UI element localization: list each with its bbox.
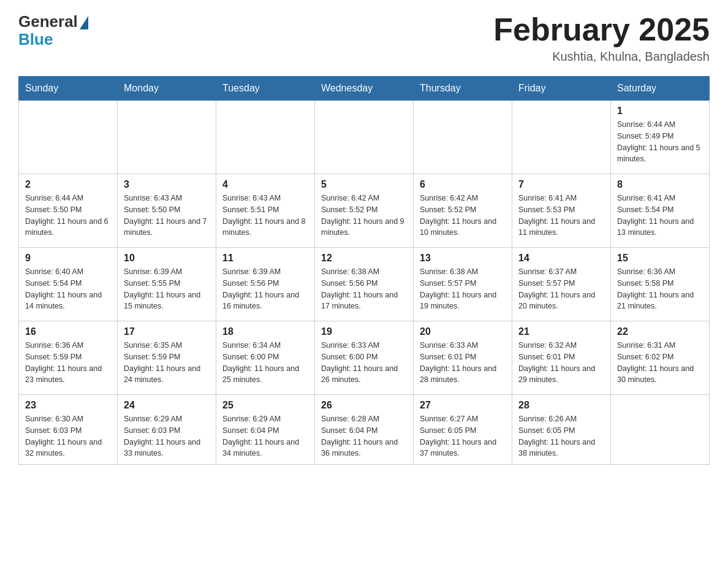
- day-number: 8: [617, 179, 703, 190]
- calendar-cell: 5Sunrise: 6:42 AMSunset: 5:52 PMDaylight…: [315, 174, 414, 248]
- calendar-cell: [512, 101, 611, 174]
- calendar-week-row: 23Sunrise: 6:30 AMSunset: 6:03 PMDayligh…: [19, 395, 710, 465]
- day-info: Sunrise: 6:42 AMSunset: 5:52 PMDaylight:…: [420, 193, 506, 239]
- day-info: Sunrise: 6:44 AMSunset: 5:50 PMDaylight:…: [25, 193, 111, 239]
- calendar-cell: 8Sunrise: 6:41 AMSunset: 5:54 PMDaylight…: [611, 174, 710, 248]
- day-info: Sunrise: 6:40 AMSunset: 5:54 PMDaylight:…: [25, 266, 111, 312]
- day-info: Sunrise: 6:29 AMSunset: 6:03 PMDaylight:…: [124, 413, 210, 459]
- day-info: Sunrise: 6:30 AMSunset: 6:03 PMDaylight:…: [25, 413, 111, 459]
- day-info: Sunrise: 6:41 AMSunset: 5:53 PMDaylight:…: [518, 193, 604, 239]
- calendar-week-row: 1Sunrise: 6:44 AMSunset: 5:49 PMDaylight…: [19, 101, 710, 174]
- day-number: 7: [518, 179, 604, 190]
- calendar-cell: [118, 101, 216, 174]
- day-number: 20: [420, 326, 506, 337]
- day-info: Sunrise: 6:33 AMSunset: 6:01 PMDaylight:…: [420, 340, 506, 386]
- day-number: 5: [321, 179, 407, 190]
- day-number: 17: [124, 326, 210, 337]
- calendar-cell: 16Sunrise: 6:36 AMSunset: 5:59 PMDayligh…: [19, 321, 118, 395]
- weekday-header-tuesday: Tuesday: [216, 77, 315, 101]
- calendar-cell: 11Sunrise: 6:39 AMSunset: 5:56 PMDayligh…: [216, 248, 315, 321]
- calendar-cell: 28Sunrise: 6:26 AMSunset: 6:05 PMDayligh…: [512, 395, 611, 465]
- day-info: Sunrise: 6:36 AMSunset: 5:58 PMDaylight:…: [617, 266, 703, 312]
- calendar-table: SundayMondayTuesdayWednesdayThursdayFrid…: [18, 76, 710, 465]
- calendar-cell: 17Sunrise: 6:35 AMSunset: 5:59 PMDayligh…: [118, 321, 216, 395]
- day-number: 12: [321, 253, 407, 264]
- day-info: Sunrise: 6:28 AMSunset: 6:04 PMDaylight:…: [321, 413, 407, 459]
- day-number: 26: [321, 400, 407, 411]
- day-info: Sunrise: 6:39 AMSunset: 5:55 PMDaylight:…: [124, 266, 210, 312]
- day-number: 1: [617, 105, 703, 117]
- calendar-cell: 12Sunrise: 6:38 AMSunset: 5:56 PMDayligh…: [315, 248, 414, 321]
- calendar-cell: 23Sunrise: 6:30 AMSunset: 6:03 PMDayligh…: [19, 395, 118, 465]
- day-info: Sunrise: 6:36 AMSunset: 5:59 PMDaylight:…: [25, 340, 111, 386]
- day-number: 11: [222, 253, 308, 264]
- weekday-header-saturday: Saturday: [611, 77, 710, 101]
- day-info: Sunrise: 6:26 AMSunset: 6:05 PMDaylight:…: [518, 413, 604, 459]
- calendar-cell: 14Sunrise: 6:37 AMSunset: 5:57 PMDayligh…: [512, 248, 611, 321]
- weekday-header-sunday: Sunday: [19, 77, 118, 101]
- calendar-cell: 13Sunrise: 6:38 AMSunset: 5:57 PMDayligh…: [414, 248, 512, 321]
- calendar-cell: 1Sunrise: 6:44 AMSunset: 5:49 PMDaylight…: [611, 101, 710, 174]
- page-header: General Blue February 2025 Kushtia, Khul…: [18, 12, 710, 64]
- calendar-cell: 19Sunrise: 6:33 AMSunset: 6:00 PMDayligh…: [315, 321, 414, 395]
- calendar-cell: 4Sunrise: 6:43 AMSunset: 5:51 PMDaylight…: [216, 174, 315, 248]
- day-number: 15: [617, 253, 703, 264]
- day-number: 23: [25, 400, 111, 411]
- calendar-cell: 6Sunrise: 6:42 AMSunset: 5:52 PMDaylight…: [414, 174, 512, 248]
- location-text: Kushtia, Khulna, Bangladesh: [493, 50, 710, 64]
- weekday-header-friday: Friday: [512, 77, 611, 101]
- day-info: Sunrise: 6:31 AMSunset: 6:02 PMDaylight:…: [617, 340, 703, 386]
- day-info: Sunrise: 6:32 AMSunset: 6:01 PMDaylight:…: [518, 340, 604, 386]
- day-number: 2: [25, 179, 111, 190]
- day-info: Sunrise: 6:41 AMSunset: 5:54 PMDaylight:…: [617, 193, 703, 239]
- calendar-cell: [414, 101, 512, 174]
- calendar-cell: 18Sunrise: 6:34 AMSunset: 6:00 PMDayligh…: [216, 321, 315, 395]
- calendar-week-row: 2Sunrise: 6:44 AMSunset: 5:50 PMDaylight…: [19, 174, 710, 248]
- day-info: Sunrise: 6:35 AMSunset: 5:59 PMDaylight:…: [124, 340, 210, 386]
- day-number: 14: [518, 253, 604, 264]
- logo-triangle-icon: [80, 16, 88, 29]
- day-number: 27: [420, 400, 506, 411]
- day-number: 28: [518, 400, 604, 411]
- day-info: Sunrise: 6:33 AMSunset: 6:00 PMDaylight:…: [321, 340, 407, 386]
- calendar-cell: [611, 395, 710, 465]
- day-number: 16: [25, 326, 111, 337]
- calendar-cell: 25Sunrise: 6:29 AMSunset: 6:04 PMDayligh…: [216, 395, 315, 465]
- day-info: Sunrise: 6:44 AMSunset: 5:49 PMDaylight:…: [617, 119, 703, 165]
- calendar-cell: 27Sunrise: 6:27 AMSunset: 6:05 PMDayligh…: [414, 395, 512, 465]
- weekday-header-wednesday: Wednesday: [315, 77, 414, 101]
- day-number: 19: [321, 326, 407, 337]
- calendar-cell: 9Sunrise: 6:40 AMSunset: 5:54 PMDaylight…: [19, 248, 118, 321]
- logo-blue-text: Blue: [18, 30, 53, 49]
- day-info: Sunrise: 6:27 AMSunset: 6:05 PMDaylight:…: [420, 413, 506, 459]
- calendar-cell: 3Sunrise: 6:43 AMSunset: 5:50 PMDaylight…: [118, 174, 216, 248]
- day-info: Sunrise: 6:34 AMSunset: 6:00 PMDaylight:…: [222, 340, 308, 386]
- calendar-cell: 26Sunrise: 6:28 AMSunset: 6:04 PMDayligh…: [315, 395, 414, 465]
- day-number: 6: [420, 179, 506, 190]
- day-number: 25: [222, 400, 308, 411]
- day-info: Sunrise: 6:29 AMSunset: 6:04 PMDaylight:…: [222, 413, 308, 459]
- calendar-cell: 2Sunrise: 6:44 AMSunset: 5:50 PMDaylight…: [19, 174, 118, 248]
- title-block: February 2025 Kushtia, Khulna, Banglades…: [493, 12, 710, 64]
- day-number: 24: [124, 400, 210, 411]
- calendar-cell: 24Sunrise: 6:29 AMSunset: 6:03 PMDayligh…: [118, 395, 216, 465]
- logo-general-text: General: [18, 12, 78, 31]
- calendar-cell: 22Sunrise: 6:31 AMSunset: 6:02 PMDayligh…: [611, 321, 710, 395]
- day-info: Sunrise: 6:43 AMSunset: 5:50 PMDaylight:…: [124, 193, 210, 239]
- day-info: Sunrise: 6:43 AMSunset: 5:51 PMDaylight:…: [222, 193, 308, 239]
- calendar-week-row: 16Sunrise: 6:36 AMSunset: 5:59 PMDayligh…: [19, 321, 710, 395]
- calendar-cell: [19, 101, 118, 174]
- day-info: Sunrise: 6:38 AMSunset: 5:57 PMDaylight:…: [420, 266, 506, 312]
- calendar-cell: [315, 101, 414, 174]
- day-number: 10: [124, 253, 210, 264]
- day-number: 18: [222, 326, 308, 337]
- day-number: 22: [617, 326, 703, 337]
- calendar-cell: 7Sunrise: 6:41 AMSunset: 5:53 PMDaylight…: [512, 174, 611, 248]
- calendar-cell: 20Sunrise: 6:33 AMSunset: 6:01 PMDayligh…: [414, 321, 512, 395]
- day-info: Sunrise: 6:39 AMSunset: 5:56 PMDaylight:…: [222, 266, 308, 312]
- day-info: Sunrise: 6:38 AMSunset: 5:56 PMDaylight:…: [321, 266, 407, 312]
- logo: General Blue: [18, 12, 88, 49]
- day-number: 13: [420, 253, 506, 264]
- day-number: 21: [518, 326, 604, 337]
- day-number: 3: [124, 179, 210, 190]
